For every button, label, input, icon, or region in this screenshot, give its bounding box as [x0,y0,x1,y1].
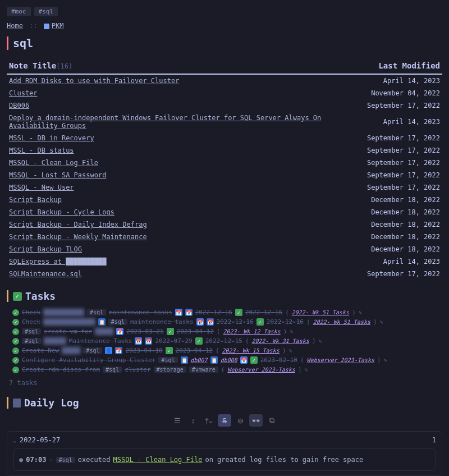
task-line: ✓Create rdm discs from#sqlcluster#storag… [12,365,442,374]
task-source-link[interactable]: 2022- Wk 51 Tasks [292,309,349,315]
pkm-icon [44,24,49,29]
log-time: 07:03 [26,456,46,464]
task-inline-link[interactable]: db007 [191,357,208,363]
edit-icon[interactable]: ✎ [289,347,292,354]
note-link[interactable]: SQLExpress at ██████████ [9,258,106,266]
paren: ( [217,328,221,335]
note-link[interactable]: Script Backup - Daily Index Defrag [9,221,147,228]
schedule-icon: 📅 [196,318,204,326]
table-row: MSSQL - New UserSeptember 17, 2022 [7,181,442,194]
edit-icon[interactable]: ✎ [359,309,362,315]
task-date: 2023-02-10 [260,356,297,364]
col-note-title[interactable]: Note Title(16) [7,58,365,74]
task-inline-link[interactable]: db008 [221,357,237,363]
done-badge: ✓ [195,337,203,345]
task-tag[interactable]: #sql [108,319,127,325]
tree-button[interactable]: †₌ [202,414,216,427]
breadcrumb: Home :: PKM [7,22,442,30]
table-row: Add RDM Disks to use with Failover Clust… [7,74,442,87]
notes-table: Note Title(16) Last Modified Add RDM Dis… [7,58,442,280]
note-link[interactable]: Script Backup TLOG [9,245,82,253]
calendar-icon: 📅 [207,318,214,326]
task-source-link[interactable]: 2022- Wk 31 Tasks [252,338,309,344]
note-link[interactable]: MSSQL - Clean Log File [9,159,98,167]
breadcrumb-home[interactable]: Home [7,22,23,30]
done-icon: ✓ [12,338,19,345]
task-tag[interactable]: #sql [22,328,41,335]
task-date: 2022-07-29 [155,337,192,345]
paren: ) [312,337,316,345]
log-entry-header[interactable]: ⌄2022-05-27 1 [13,436,436,444]
task-blur: █████ [95,328,113,335]
check-icon: ✓ [13,292,22,301]
calendar-icon: 📅 [115,347,122,354]
edit-icon[interactable]: ✎ [384,357,387,363]
task-text: Create rdm discs from [22,366,100,373]
note-link[interactable]: MSSL - DB status [9,147,74,154]
note-date: December 18, 2022 [365,194,442,206]
calendar-icon: 📅 [145,337,152,345]
note-link[interactable]: MSSQL - Lost SA Password [9,171,106,179]
note-link[interactable]: Script Backup [9,196,62,204]
list-view-button[interactable]: ☰ [171,414,184,427]
col-last-modified[interactable]: Last Modified [365,58,442,74]
copy-button[interactable]: ⧉ [265,414,278,427]
collapse-button[interactable]: ⊖ [233,414,247,427]
task-tag[interactable]: #storage [154,367,186,373]
log-entry-body: ● 07:03 - #sql executed MSSQL - Clean Lo… [13,448,436,471]
note-link[interactable]: MSSQL - New User [9,184,74,191]
edit-icon[interactable]: ✎ [380,319,383,325]
edit-icon[interactable]: ✎ [319,338,322,344]
page-title: sql [7,36,442,50]
note-link[interactable]: Script Backup - Cycle Logs [9,208,114,216]
task-text: maintenance tasks [130,318,194,326]
note-link[interactable]: Script Backup - Weekly Maintenance [9,233,147,241]
note-link[interactable]: Cluster [9,89,38,97]
task-tag[interactable]: #sql [83,347,102,354]
task-source-link[interactable]: 2023- Wk 15 Tasks [222,347,280,354]
task-tag[interactable]: #sql [103,367,122,373]
breadcrumb-sep: :: [29,22,37,30]
note-link[interactable]: Add RDM Disks to use with Failover Clust… [9,77,179,85]
task-source-link[interactable]: Webserver 2023-Tasks [307,357,374,363]
note-date: December 18, 2022 [365,218,442,231]
log-link[interactable]: MSSQL - Clean Log File [113,456,202,464]
task-source-link[interactable]: Webserver 2023-Tasks [227,367,295,373]
strikethrough-button[interactable]: S̶ [218,414,231,427]
task-tag[interactable]: #sql [87,309,106,315]
note-date: April 14, 2023 [365,255,442,268]
breadcrumb-pkm[interactable]: PKM [52,22,64,30]
task-line: ✓Configure Availability Group Cluster#sq… [12,355,442,365]
note-link[interactable]: Deploy a domain-independent Windows Fail… [9,114,321,130]
note-link[interactable]: DB006 [9,102,29,109]
done-badge: ✓ [235,309,242,316]
tag-moc[interactable]: #moc [7,7,31,16]
bullet-icon: ● [19,456,23,464]
tag-sql[interactable]: #sql [34,7,58,16]
task-date: 2022-12-16 [267,318,304,326]
note-link[interactable]: SQLMaintenance.sql [9,270,82,278]
edit-icon[interactable]: ✎ [290,328,293,335]
task-source-link[interactable]: 2023- Wk 12 Tasks [223,328,280,335]
task-tag[interactable]: #vmware [189,367,218,373]
sort-button[interactable]: ↕ [186,414,200,427]
task-tag[interactable]: #sql [22,338,41,344]
log-tag-sql[interactable]: #sql [56,457,75,463]
task-line: ✓Create New█████#sql👤📅2023-04-10✓2023-04… [12,346,442,355]
task-source-link[interactable]: 2022- Wk 51 Tasks [313,319,370,325]
note-date: April 14, 2023 [365,74,442,87]
task-tag[interactable]: #sql [158,357,177,363]
note-date: September 17, 2022 [365,132,442,144]
glasses-button[interactable]: 👓 [249,414,263,427]
table-row: DB006September 17, 2022 [7,99,442,112]
task-line: ✓#sql██████Maintenance Tasks📅📅2022-07-29… [12,336,442,346]
done-icon: ✓ [12,367,19,373]
note-link[interactable]: MSSL - DB in Recovery [9,134,94,142]
note-date: September 17, 2022 [365,268,442,280]
table-row: Deploy a domain-independent Windows Fail… [7,112,442,132]
tasks-heading: ✓ Tasks [7,290,442,302]
note-date: September 17, 2022 [365,157,442,169]
paren: ) [377,356,381,364]
task-blur: ██████████████ [43,318,95,326]
edit-icon[interactable]: ✎ [305,367,308,373]
